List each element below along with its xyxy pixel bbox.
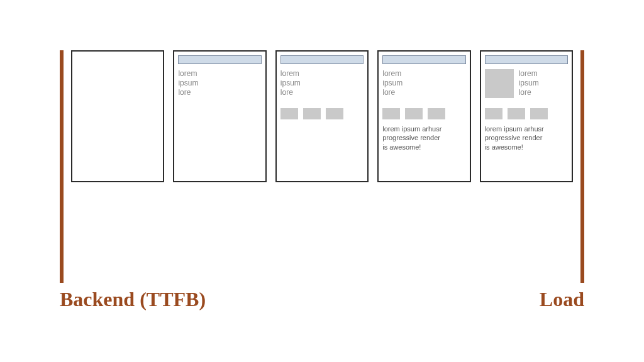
topbar-placeholder [280,55,364,64]
hero-row: lorem ipsum lore [280,69,364,102]
body-text-placeholder: lorem ipsum arhusr progressive render is… [382,124,465,151]
hero-text-placeholder: lorem ipsum lore [519,69,539,97]
body-text-placeholder: lorem ipsum arhusr progressive render is… [485,124,568,151]
render-frame-2: lorem ipsum lore [173,50,266,182]
label-backend-ttfb: Backend (TTFB) [60,288,206,311]
hero-text-placeholder: lorem ipsum lore [280,69,301,97]
thumbnail-placeholder [405,108,423,119]
thumbnail-row [485,108,568,119]
hero-row: lorem ipsum lore [382,69,465,102]
thumbnail-placeholder [303,108,321,119]
thumbnail-placeholder [326,108,343,119]
thumbnail-placeholder [508,108,525,119]
progressive-render-frames: lorem ipsum lore lorem ipsum lore lorem … [71,50,573,182]
render-frame-5: lorem ipsum lore lorem ipsum arhusr prog… [480,50,573,182]
render-frame-3: lorem ipsum lore [275,50,369,182]
thumbnail-placeholder [382,108,400,119]
hero-row: lorem ipsum lore [178,69,261,102]
topbar-placeholder [178,55,261,64]
label-load: Load [540,288,584,311]
thumbnail-placeholder [428,108,445,119]
thumbnail-row [280,108,364,119]
topbar-placeholder [485,55,568,64]
render-frame-4: lorem ipsum lore lorem ipsum arhusr prog… [377,50,470,182]
diagram-stage: Backend (TTFB) Load lorem ipsum lore lor… [60,50,584,299]
thumbnail-placeholder [280,108,298,119]
timeline-marker-start [60,50,64,283]
thumbnail-row [382,108,465,119]
topbar-placeholder [382,55,465,64]
hero-text-placeholder: lorem ipsum lore [382,69,402,97]
hero-row: lorem ipsum lore [485,69,568,102]
hero-image-placeholder [485,69,514,98]
thumbnail-placeholder [530,108,548,119]
render-frame-1 [71,50,164,182]
thumbnail-placeholder [485,108,502,119]
timeline-marker-end [580,50,584,283]
hero-text-placeholder: lorem ipsum lore [178,69,198,97]
